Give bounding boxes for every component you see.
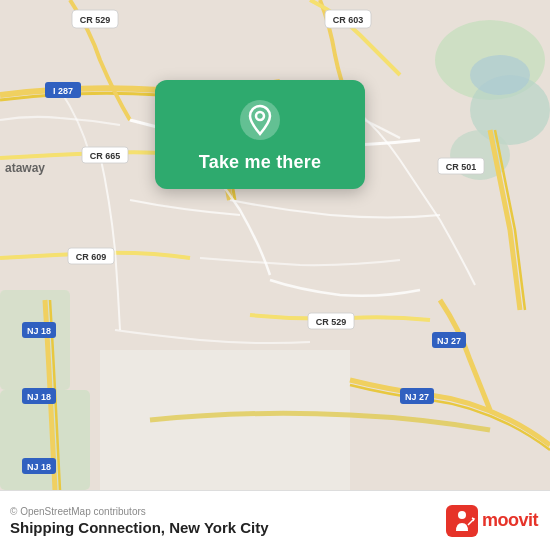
svg-rect-5 [0, 290, 70, 390]
svg-rect-6 [0, 390, 90, 490]
bottom-info: © OpenStreetMap contributors Shipping Co… [10, 506, 269, 536]
svg-text:NJ 18: NJ 18 [27, 462, 51, 472]
map-background: CR 529 CR 603 I 287 I 287 CR 665 CR 501 … [0, 0, 550, 490]
svg-text:NJ 27: NJ 27 [405, 392, 429, 402]
svg-point-38 [458, 511, 466, 519]
location-pin-icon [238, 98, 282, 142]
map-attribution: © OpenStreetMap contributors [10, 506, 269, 517]
svg-text:I 287: I 287 [53, 86, 73, 96]
moovit-icon [446, 505, 478, 537]
svg-text:CR 603: CR 603 [333, 15, 364, 25]
svg-rect-7 [100, 350, 350, 490]
moovit-logo: moovit [446, 505, 538, 537]
svg-text:NJ 18: NJ 18 [27, 392, 51, 402]
svg-text:CR 529: CR 529 [80, 15, 111, 25]
svg-point-4 [470, 55, 530, 95]
svg-text:CR 665: CR 665 [90, 151, 121, 161]
popup-card[interactable]: Take me there [155, 80, 365, 189]
svg-text:NJ 27: NJ 27 [437, 336, 461, 346]
svg-text:CR 609: CR 609 [76, 252, 107, 262]
svg-text:CR 501: CR 501 [446, 162, 477, 172]
moovit-text: moovit [482, 510, 538, 531]
location-label: Shipping Connection, New York City [10, 519, 269, 536]
take-me-there-button[interactable]: Take me there [199, 152, 321, 173]
bottom-bar: © OpenStreetMap contributors Shipping Co… [0, 490, 550, 550]
svg-text:CR 529: CR 529 [316, 317, 347, 327]
svg-text:NJ 18: NJ 18 [27, 326, 51, 336]
svg-text:ataway: ataway [5, 161, 45, 175]
map-container: CR 529 CR 603 I 287 I 287 CR 665 CR 501 … [0, 0, 550, 490]
